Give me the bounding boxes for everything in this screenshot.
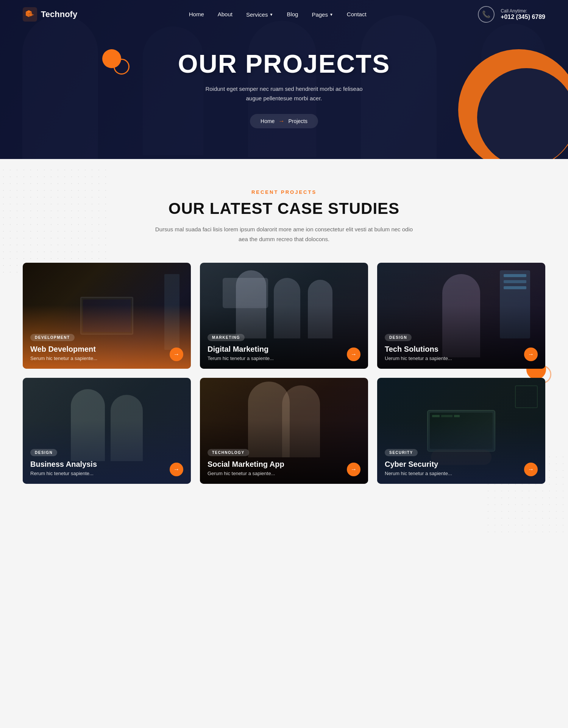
pages-dropdown-icon: ▼ xyxy=(329,12,333,17)
card-subtitle-business-analysis: Rerum hic tenetur sapiente... xyxy=(30,471,183,476)
nav-item-services[interactable]: Services ▼ xyxy=(246,11,273,18)
nav-link-services[interactable]: Services xyxy=(246,11,268,18)
hero-subtitle-line2: augue pellentesue morbi acer. xyxy=(246,95,322,101)
card-tag-tech-solutions: DESIGN xyxy=(385,334,412,341)
navbar: Technofy Home About Services ▼ Blog Page… xyxy=(0,0,568,29)
card-tag-business-analysis: DESIGN xyxy=(30,449,57,456)
hero-title: OUR PROJECTS xyxy=(178,50,390,78)
orange-circle-decoration-1 xyxy=(102,49,121,68)
orange-corner-inner xyxy=(477,68,568,159)
phone-icon: 📞 xyxy=(482,10,490,19)
logo[interactable]: Technofy xyxy=(23,7,77,22)
card-content-business-analysis: DESIGN Business Analysis Rerum hic tenet… xyxy=(23,441,191,484)
card-arrow-digital-marketing[interactable]: → xyxy=(347,348,360,361)
project-card-cyber-security[interactable]: SECURITY Cyber Security Nerum hic tenetu… xyxy=(377,378,545,484)
nav-link-home[interactable]: Home xyxy=(189,11,204,17)
nav-links: Home About Services ▼ Blog Pages ▼ Conta… xyxy=(189,11,367,18)
section-description: Dursus mal suada faci lisis lorem ipsum … xyxy=(151,224,417,244)
card-arrow-cyber-security[interactable]: → xyxy=(524,463,538,476)
project-card-web-development[interactable]: DEVELOPMENT Web Development Serum hic te… xyxy=(23,263,191,369)
breadcrumb-home[interactable]: Home xyxy=(261,118,275,124)
card-title-social-marketing: Social Marketing App xyxy=(208,459,360,469)
project-card-digital-marketing[interactable]: MARKETING Digital Marketing Terum hic te… xyxy=(200,263,368,369)
project-card-business-analysis[interactable]: DESIGN Business Analysis Rerum hic tenet… xyxy=(23,378,191,484)
card-title-tech-solutions: Tech Solutions xyxy=(385,344,538,354)
project-grid: DEVELOPMENT Web Development Serum hic te… xyxy=(23,263,545,484)
nav-item-home[interactable]: Home xyxy=(189,11,204,18)
card-subtitle-tech-solutions: Uerum hic tenetur a sapiente... xyxy=(385,355,538,361)
nav-link-about[interactable]: About xyxy=(218,11,233,17)
breadcrumb-current: Projects xyxy=(288,118,307,124)
card-title-cyber-security: Cyber Security xyxy=(385,459,538,469)
card-content-tech-solutions: DESIGN Tech Solutions Uerum hic tenetur … xyxy=(377,326,545,369)
dots-decoration-left xyxy=(0,167,106,273)
services-dropdown-icon: ▼ xyxy=(269,12,273,17)
card-content-web-development: DEVELOPMENT Web Development Serum hic te… xyxy=(23,326,191,369)
card-content-digital-marketing: MARKETING Digital Marketing Terum hic te… xyxy=(200,326,368,369)
call-label: Call Anytime: xyxy=(501,8,545,14)
nav-item-blog[interactable]: Blog xyxy=(287,11,298,18)
card-arrow-social-marketing[interactable]: → xyxy=(347,463,360,476)
card-subtitle-social-marketing: Gerum hic tenetur a sapiente... xyxy=(208,471,360,476)
card-title-digital-marketing: Digital Marketing xyxy=(208,344,360,354)
nav-item-about[interactable]: About xyxy=(218,11,233,18)
nav-link-contact[interactable]: Contact xyxy=(347,11,367,17)
card-content-social-marketing: TECHNOLOGY Social Marketing App Gerum hi… xyxy=(200,441,368,484)
breadcrumb[interactable]: Home → Projects xyxy=(250,114,318,128)
card-arrow-tech-solutions[interactable]: → xyxy=(524,348,538,361)
project-card-social-marketing[interactable]: TECHNOLOGY Social Marketing App Gerum hi… xyxy=(200,378,368,484)
card-tag-cyber-security: SECURITY xyxy=(385,449,418,456)
projects-section: RECENT PROJECTS OUR LATEST CASE STUDIES … xyxy=(0,159,568,544)
card-title-web-development: Web Development xyxy=(30,344,183,354)
card-arrow-business-analysis[interactable]: → xyxy=(170,463,183,476)
project-card-tech-solutions[interactable]: DESIGN Tech Solutions Uerum hic tenetur … xyxy=(377,263,545,369)
card-tag-digital-marketing: MARKETING xyxy=(208,334,245,341)
nav-link-blog[interactable]: Blog xyxy=(287,11,298,17)
card-tag-social-marketing: TECHNOLOGY xyxy=(208,449,249,456)
nav-link-pages[interactable]: Pages xyxy=(312,11,328,18)
card-subtitle-digital-marketing: Terum hic tenetur a sapiente... xyxy=(208,355,360,361)
phone-icon-wrapper: 📞 xyxy=(478,6,495,23)
hero-content: OUR PROJECTS Roidunt eget semper nec rua… xyxy=(178,50,390,128)
card-subtitle-cyber-security: Nerum hic tenetur a sapiente... xyxy=(385,471,538,476)
breadcrumb-arrow-icon: → xyxy=(278,118,284,125)
hero-subtitle: Roidunt eget semper nec ruam sed hendrer… xyxy=(178,84,390,103)
card-subtitle-web-development: Serum hic tenetur a sapiente... xyxy=(30,355,183,361)
phone-info: Call Anytime: +012 (345) 6789 xyxy=(501,8,545,20)
phone-number: +012 (345) 6789 xyxy=(501,14,545,20)
nav-right: 📞 Call Anytime: +012 (345) 6789 xyxy=(478,6,545,23)
brand-name: Technofy xyxy=(41,9,77,19)
card-content-cyber-security: SECURITY Cyber Security Nerum hic tenetu… xyxy=(377,441,545,484)
card-tag-web-development: DEVELOPMENT xyxy=(30,334,75,341)
card-title-business-analysis: Business Analysis xyxy=(30,459,183,469)
nav-item-pages[interactable]: Pages ▼ xyxy=(312,11,333,18)
nav-item-contact[interactable]: Contact xyxy=(347,11,367,18)
card-arrow-web-development[interactable]: → xyxy=(170,348,183,361)
hero-subtitle-line1: Roidunt eget semper nec ruam sed hendrer… xyxy=(205,86,362,92)
